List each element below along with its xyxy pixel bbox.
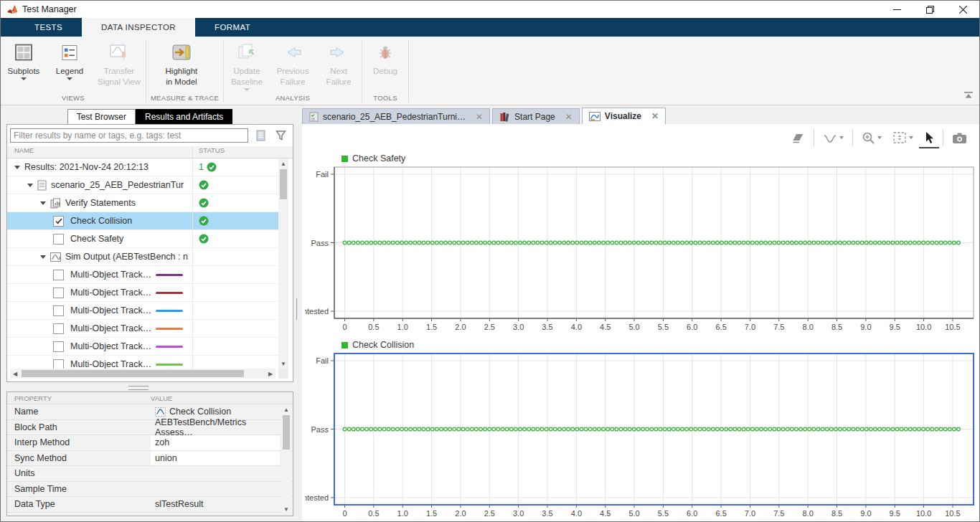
property-name: Units	[7, 466, 151, 481]
status-cell	[192, 230, 278, 247]
checkbox[interactable]	[53, 341, 64, 352]
legend-button[interactable]: Legend	[47, 39, 93, 94]
scroll-down-icon[interactable]: ▼	[281, 504, 291, 514]
checkbox[interactable]	[53, 234, 64, 245]
svg-text:6.5: 6.5	[715, 323, 726, 331]
property-value[interactable]: union	[151, 451, 280, 466]
property-row[interactable]: Units	[7, 466, 293, 482]
visualize-toolbar	[788, 128, 969, 148]
restore-icon[interactable]	[913, 1, 946, 18]
collapse-ribbon-icon[interactable]	[963, 89, 974, 102]
checkbox[interactable]	[53, 323, 64, 334]
tab-test-browser[interactable]: Test Browser	[67, 109, 136, 125]
expander-icon[interactable]	[27, 184, 33, 187]
tree-row[interactable]: Multi-Object Track…	[7, 266, 278, 284]
chevron-down-icon	[877, 136, 882, 139]
scroll-left-icon[interactable]: ◀	[10, 369, 20, 379]
close-icon[interactable]: ✕	[476, 113, 483, 121]
eraser-icon[interactable]	[788, 130, 807, 146]
tree-row[interactable]: scenario_25_AEB_PedestrianTur	[7, 176, 278, 194]
scroll-up-icon[interactable]: ▲	[281, 404, 291, 414]
tab-format[interactable]: FORMAT	[195, 18, 270, 37]
tree-row[interactable]: Verify Statements	[7, 194, 278, 212]
property-row[interactable]: Block PathAEBTestBench/Metrics Assess…	[7, 420, 293, 436]
close-icon[interactable]	[946, 1, 979, 18]
checkbox[interactable]	[53, 216, 64, 227]
expander-icon[interactable]	[40, 255, 46, 259]
scroll-up-icon[interactable]: ▲	[278, 158, 288, 169]
tree-row[interactable]: Multi-Object Track…	[7, 338, 278, 356]
group-label-views: VIEWS	[1, 94, 146, 105]
window-title: Test Manager	[22, 4, 77, 14]
tab-data-inspector[interactable]: DATA INSPECTOR	[82, 18, 195, 37]
tree-row[interactable]: Results: 2021-Nov-24 20:12:131	[7, 158, 278, 176]
signal-line-swatch	[156, 346, 183, 348]
tree-row[interactable]: Multi-Object Track…	[7, 284, 278, 302]
tree-row[interactable]: Sim Output (AEBTestBench : n	[7, 248, 278, 266]
tree-row[interactable]: Multi-Object Track…	[7, 356, 278, 369]
report-icon[interactable]	[253, 128, 268, 143]
chart-plot[interactable]: FailPassUntested00.51.01.52.02.53.03.54.…	[305, 166, 976, 335]
fit-to-view-icon[interactable]	[890, 130, 915, 146]
highlight-in-model-button[interactable]: Highlight in Model	[146, 39, 217, 94]
horizontal-splitter[interactable]	[128, 386, 149, 390]
property-row[interactable]: Interp Methodzoh	[7, 435, 293, 451]
expander-icon[interactable]	[40, 201, 46, 205]
document-tab-bar: scenario_25_AEB_PedestrianTurni… ✕ Start…	[302, 108, 979, 124]
tree-row[interactable]: Multi-Object Track…	[7, 302, 278, 320]
property-vertical-scrollbar[interactable]: ▲ ▼	[281, 404, 291, 514]
filter-input[interactable]	[10, 128, 248, 143]
status-cell	[192, 320, 278, 337]
svg-text:5.0: 5.0	[628, 509, 639, 518]
chevron-down-icon	[839, 136, 844, 139]
tab-start-page[interactable]: Start Page ✕	[492, 108, 580, 124]
checkbox[interactable]	[53, 270, 64, 280]
transfer-signal-view-button: Transfer Signal View	[93, 39, 146, 94]
minimize-icon[interactable]	[880, 1, 913, 18]
tree-row[interactable]: Multi-Object Track…	[7, 320, 278, 338]
zoom-in-icon[interactable]	[859, 130, 884, 146]
filter-icon[interactable]	[273, 128, 288, 143]
checkbox[interactable]	[53, 288, 64, 298]
toolbar-separator	[814, 129, 814, 146]
tree-row[interactable]: Check Collision	[7, 212, 278, 230]
scroll-right-icon[interactable]: ▶	[265, 369, 275, 379]
tab-results-and-artifacts[interactable]: Results and Artifacts	[136, 109, 232, 125]
property-value	[151, 466, 280, 481]
property-name: Sample Time	[7, 482, 151, 497]
chart-check-collision[interactable]: Check Collision FailPassUntested00.51.01…	[305, 338, 976, 521]
scrollbar-thumb[interactable]	[22, 370, 244, 377]
status-cell	[192, 284, 278, 301]
tree-horizontal-scrollbar[interactable]: ◀ ▶	[10, 369, 275, 379]
subplots-button[interactable]: Subplots	[1, 39, 47, 94]
legend-swatch	[341, 156, 348, 162]
pointer-icon[interactable]	[922, 130, 936, 146]
tab-tests[interactable]: TESTS	[15, 18, 82, 37]
scroll-down-icon[interactable]: ▼	[278, 359, 288, 369]
tree-vertical-scrollbar[interactable]: ▲ ▼	[278, 158, 288, 369]
chart-legend: Check Safety	[305, 151, 976, 166]
tab-scenario-25[interactable]: scenario_25_AEB_PedestrianTurni… ✕	[302, 108, 490, 124]
vertical-splitter[interactable]	[296, 298, 299, 320]
chart-check-safety[interactable]: Check Safety FailPassUntested00.51.01.52…	[305, 151, 976, 335]
tab-visualize[interactable]: Visualize ✕	[582, 108, 666, 124]
close-icon[interactable]: ✕	[651, 112, 659, 120]
tree-row[interactable]: Check Safety	[7, 230, 278, 248]
camera-icon[interactable]	[950, 130, 969, 146]
close-icon[interactable]: ✕	[565, 113, 573, 121]
scrollbar-thumb[interactable]	[283, 415, 290, 450]
signal-trace-icon[interactable]	[821, 130, 846, 146]
property-value[interactable]: zoh	[151, 435, 280, 450]
property-row[interactable]: Data TypeslTestResult	[7, 497, 293, 513]
property-row[interactable]: Sync Methodunion	[7, 451, 293, 467]
chart-plot[interactable]: FailPassUntested00.51.01.52.02.53.03.54.…	[305, 352, 976, 521]
scrollbar-thumb[interactable]	[280, 169, 287, 199]
property-row[interactable]: Sample Time	[7, 482, 293, 498]
checkbox[interactable]	[53, 359, 64, 369]
checkbox[interactable]	[53, 305, 64, 316]
status-cell: 1	[192, 158, 278, 176]
verify-icon	[50, 198, 61, 209]
status-cell	[192, 302, 278, 319]
expander-icon[interactable]	[14, 166, 20, 169]
tab-label: scenario_25_AEB_PedestrianTurni…	[323, 112, 466, 122]
